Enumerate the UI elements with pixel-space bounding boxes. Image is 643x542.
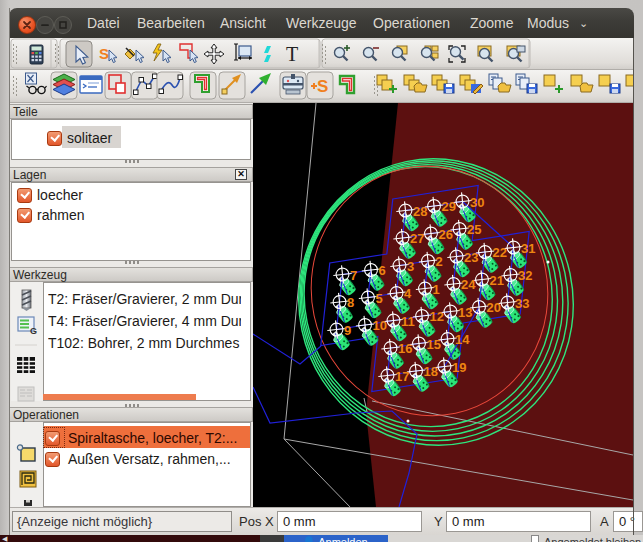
svg-text:29: 29 [442, 199, 456, 214]
svg-text:32: 32 [518, 268, 532, 283]
svg-text:14: 14 [455, 332, 470, 347]
svg-text:S: S [317, 77, 328, 96]
svg-text:8: 8 [347, 295, 354, 310]
svg-text:33: 33 [515, 296, 529, 311]
svg-text:17: 17 [395, 369, 409, 384]
svg-text:1: 1 [433, 282, 440, 297]
svg-text:24: 24 [461, 277, 476, 292]
svg-text:19: 19 [452, 360, 466, 375]
svg-text:G: G [30, 326, 37, 336]
svg-text:7: 7 [350, 268, 357, 283]
svg-text:20: 20 [487, 300, 501, 315]
svg-text:9: 9 [344, 323, 351, 338]
svg-text:5: 5 [376, 291, 383, 306]
svg-text:28: 28 [413, 204, 427, 219]
svg-text:15: 15 [427, 337, 441, 352]
svg-text:27: 27 [410, 231, 424, 246]
svg-text:21: 21 [490, 273, 504, 288]
svg-text:25: 25 [467, 222, 481, 237]
svg-text:3: 3 [407, 259, 414, 274]
svg-text:22: 22 [493, 245, 507, 260]
svg-text:S: S [99, 45, 109, 62]
svg-text:30: 30 [470, 195, 484, 210]
svg-text:10: 10 [373, 318, 387, 333]
svg-text:23: 23 [464, 250, 478, 265]
svg-text:26: 26 [439, 227, 453, 242]
svg-text:16: 16 [398, 341, 412, 356]
svg-text:4: 4 [404, 286, 412, 301]
svg-text:T: T [286, 43, 298, 65]
svg-text:12: 12 [430, 309, 444, 324]
svg-text:13: 13 [458, 305, 472, 320]
svg-text:2: 2 [436, 254, 443, 269]
svg-text:11: 11 [401, 314, 415, 329]
svg-text:31: 31 [521, 241, 535, 256]
svg-text:18: 18 [424, 364, 438, 379]
svg-text:6: 6 [379, 263, 386, 278]
